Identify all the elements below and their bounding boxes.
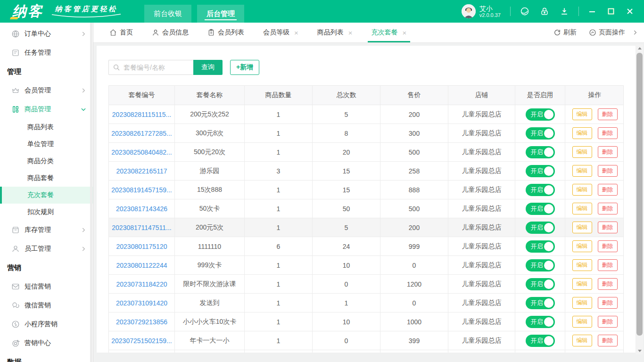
sidebar-item-member-management[interactable]: 会员管理: [0, 81, 93, 100]
delete-button[interactable]: 删除: [598, 146, 618, 158]
scroll-down-arrow[interactable]: [636, 347, 643, 354]
tab-member-list[interactable]: 会员列表: [207, 23, 244, 42]
delete-button[interactable]: 删除: [598, 240, 618, 252]
close-window-icon[interactable]: [626, 8, 634, 15]
package-code-link[interactable]: 20230729213856: [116, 318, 167, 326]
tab-member-info[interactable]: 会员信息: [152, 23, 189, 42]
edit-button[interactable]: 编辑: [572, 165, 592, 177]
sidebar-subitem-goods-package[interactable]: 商品套餐: [0, 170, 93, 187]
sidebar-item-order-center[interactable]: 订单中心: [0, 25, 93, 43]
delete-button[interactable]: 删除: [598, 127, 618, 139]
avatar[interactable]: [462, 4, 476, 18]
sidebar-subitem-goods-list[interactable]: 商品列表: [0, 119, 93, 136]
close-tab-icon[interactable]: ×: [348, 29, 353, 36]
package-code-link[interactable]: 202308281115115...: [112, 111, 171, 118]
enable-toggle[interactable]: 开启: [526, 297, 555, 309]
front-cashier-button[interactable]: 前台收银: [144, 5, 191, 23]
sidebar-subitem-unit-management[interactable]: 单位管理: [0, 136, 93, 153]
package-code-link[interactable]: 202307251502159...: [111, 337, 172, 345]
scrollbar-thumb[interactable]: [636, 53, 643, 336]
scroll-up-arrow[interactable]: [636, 44, 643, 52]
download-icon[interactable]: [560, 7, 569, 16]
sidebar-item-staff-management[interactable]: 员工管理: [0, 239, 93, 258]
enable-toggle[interactable]: 开启: [526, 108, 555, 121]
delete-button[interactable]: 删除: [598, 108, 618, 120]
package-code-link[interactable]: 20230817143426: [116, 205, 167, 213]
delete-button[interactable]: 删除: [598, 184, 618, 196]
lock-icon[interactable]: [540, 7, 549, 16]
edit-button[interactable]: 编辑: [572, 184, 592, 196]
sidebar-item-wechat-marketing[interactable]: 微信营销: [0, 296, 93, 315]
enable-toggle[interactable]: 开启: [526, 335, 555, 347]
package-code-link[interactable]: 20230731184220: [116, 280, 167, 288]
package-code-link[interactable]: 202308261727285...: [111, 130, 172, 137]
enable-toggle[interactable]: 开启: [526, 316, 555, 328]
sidebar-subitem-goods-category[interactable]: 商品分类: [0, 153, 93, 170]
search-input[interactable]: [108, 60, 193, 75]
package-code-link[interactable]: 202308171147511...: [112, 224, 171, 231]
enable-toggle[interactable]: 开启: [526, 165, 555, 177]
maximize-icon[interactable]: [607, 8, 615, 15]
sidebar-section-data: 数据: [0, 353, 93, 362]
query-button[interactable]: 查询: [193, 60, 223, 75]
edit-button[interactable]: 编辑: [572, 127, 592, 139]
enable-toggle[interactable]: 开启: [526, 184, 555, 196]
edit-button[interactable]: 编辑: [572, 259, 592, 271]
support-icon[interactable]: [520, 7, 529, 16]
package-code-link[interactable]: 20230801175120: [116, 243, 167, 250]
page-operations-button[interactable]: 页面操作: [589, 28, 625, 37]
sidebar-item-task-management[interactable]: 任务管理: [0, 43, 93, 62]
add-button[interactable]: +新增: [230, 60, 259, 75]
package-code-link[interactable]: 20230731091420: [116, 299, 167, 307]
edit-button[interactable]: 编辑: [572, 278, 592, 290]
tab-home[interactable]: 首页: [109, 23, 133, 42]
close-tab-icon[interactable]: ×: [294, 29, 298, 36]
enable-toggle[interactable]: 开启: [526, 259, 555, 272]
refresh-button[interactable]: 刷新: [553, 28, 577, 37]
edit-button[interactable]: 编辑: [572, 335, 592, 346]
package-code-link[interactable]: 20230801122244: [116, 262, 167, 269]
delete-button[interactable]: 删除: [598, 278, 618, 290]
delete-button[interactable]: 删除: [598, 259, 618, 271]
chevron-right-icon[interactable]: [632, 29, 638, 36]
sidebar-item-marketing-center[interactable]: 营销中心: [0, 334, 93, 353]
tab-recharge-package[interactable]: 充次套餐 ×: [372, 23, 407, 42]
tab-goods-list[interactable]: 商品列表 ×: [317, 23, 353, 42]
price-cell: 888: [380, 181, 448, 199]
delete-button[interactable]: 删除: [598, 165, 618, 177]
package-code-link[interactable]: 202308250840482...: [111, 148, 172, 156]
package-code-link[interactable]: 20230822165117: [116, 167, 167, 175]
delete-button[interactable]: 删除: [598, 335, 618, 346]
edit-button[interactable]: 编辑: [572, 240, 592, 252]
enable-toggle[interactable]: 开启: [526, 127, 555, 140]
delete-button[interactable]: 删除: [598, 316, 618, 328]
enable-toggle[interactable]: 开启: [526, 240, 555, 253]
edit-button[interactable]: 编辑: [572, 297, 592, 309]
package-code-link[interactable]: 202308191457159...: [111, 186, 172, 194]
close-tab-icon[interactable]: ×: [403, 29, 407, 36]
sidebar-item-goods-management[interactable]: 商品管理: [0, 100, 93, 119]
delete-button[interactable]: 删除: [598, 222, 618, 233]
minimize-icon[interactable]: [588, 8, 596, 15]
backend-admin-button[interactable]: 后台管理: [197, 5, 244, 23]
enable-toggle[interactable]: 开启: [526, 222, 555, 234]
store-cell: 儿童乐园总店: [448, 256, 515, 274]
edit-button[interactable]: 编辑: [572, 203, 592, 214]
edit-button[interactable]: 编辑: [572, 108, 592, 120]
sidebar-subitem-deduction-rules[interactable]: 扣次规则: [0, 204, 93, 221]
tab-member-level[interactable]: 会员等级 ×: [263, 23, 298, 42]
sidebar-subitem-recharge-package[interactable]: 充次套餐: [0, 187, 93, 204]
enable-toggle[interactable]: 开启: [526, 203, 555, 215]
delete-button[interactable]: 删除: [598, 203, 618, 214]
edit-button[interactable]: 编辑: [572, 222, 592, 233]
delete-button[interactable]: 删除: [598, 297, 618, 309]
edit-button[interactable]: 编辑: [572, 316, 592, 328]
sidebar-item-sms-marketing[interactable]: 短信营销: [0, 277, 93, 296]
edit-button[interactable]: 编辑: [572, 146, 592, 158]
sidebar-item-miniprogram-marketing[interactable]: 小程序营销: [0, 315, 93, 334]
enable-toggle[interactable]: 开启: [526, 146, 555, 158]
enable-toggle[interactable]: 开启: [526, 278, 555, 290]
vertical-scrollbar[interactable]: [636, 44, 643, 354]
user-info[interactable]: 艾小 v2.0.0.37: [479, 5, 501, 18]
sidebar-item-inventory-management[interactable]: 库存管理: [0, 221, 93, 239]
